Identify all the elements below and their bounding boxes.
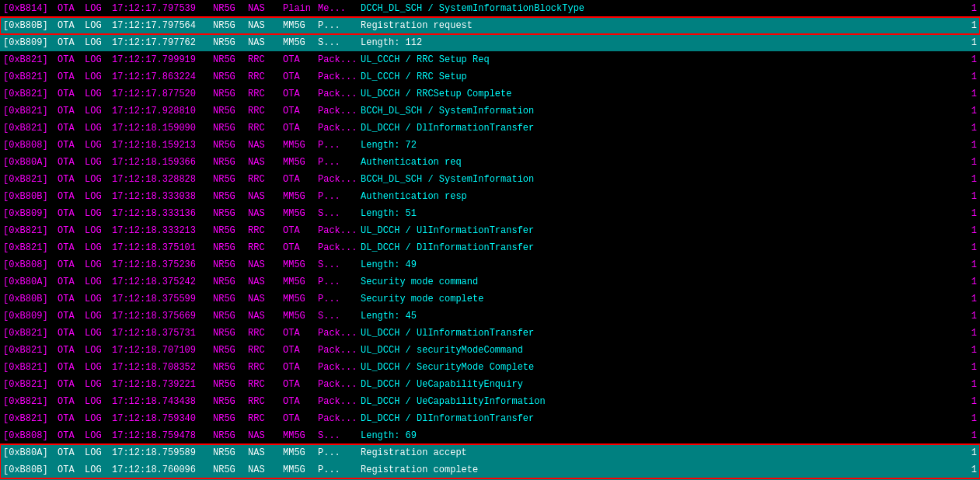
col-subtype: LOG: [85, 89, 112, 99]
table-row[interactable]: [0xB821] OTA LOG 17:12:18.159090 NR5G RR…: [0, 120, 980, 137]
col-proto4: S...: [318, 37, 361, 48]
col-proto1: NR5G: [213, 242, 248, 253]
col-proto2: RRC: [248, 379, 283, 390]
col-proto1: NR5G: [213, 225, 248, 236]
table-row[interactable]: [0xB809] OTA LOG 17:12:18.333136 NR5G NA…: [0, 205, 980, 222]
col-proto4: P...: [318, 191, 361, 202]
col-proto4: S...: [318, 311, 361, 322]
col-count: 1: [961, 174, 977, 185]
table-row[interactable]: [0xB80B] OTA LOG 17:12:17.797564 NR5G NA…: [0, 17, 980, 34]
col-count: 1: [961, 277, 977, 287]
table-row[interactable]: [0xB808] OTA LOG 17:12:18.375236 NR5G NA…: [0, 256, 980, 273]
col-message: DL_CCCH / RRC Setup: [361, 71, 961, 82]
col-proto3: OTA: [283, 225, 318, 236]
col-type: OTA: [58, 3, 85, 14]
col-proto1: NR5G: [213, 37, 248, 48]
col-type: OTA: [58, 294, 85, 304]
table-row[interactable]: [0xB821] OTA LOG 17:12:18.375731 NR5G RR…: [0, 325, 980, 342]
col-time: 17:12:17.863224: [112, 71, 213, 82]
table-row[interactable]: [0xB809] OTA LOG 17:12:18.375669 NR5G NA…: [0, 308, 980, 325]
table-row[interactable]: [0xB821] OTA LOG 17:12:17.799919 NR5G RR…: [0, 51, 980, 68]
col-type: OTA: [58, 174, 85, 185]
col-subtype: LOG: [85, 37, 112, 48]
col-proto1: NR5G: [213, 259, 248, 270]
table-row[interactable]: [0xB808] OTA LOG 17:12:18.159213 NR5G NA…: [0, 137, 980, 154]
col-proto3: OTA: [283, 71, 318, 82]
col-type: OTA: [58, 464, 85, 475]
col-subtype: LOG: [85, 345, 112, 356]
col-id: [0xB809]: [3, 37, 58, 48]
col-proto3: OTA: [283, 328, 318, 339]
col-proto1: NR5G: [213, 174, 248, 185]
col-message: Length: 45: [361, 311, 961, 322]
col-subtype: LOG: [85, 379, 112, 390]
col-id: [0xB821]: [3, 174, 58, 185]
col-proto1: NR5G: [213, 430, 248, 441]
col-type: OTA: [58, 259, 85, 270]
col-proto1: NR5G: [213, 71, 248, 82]
col-id: [0xB80B]: [3, 464, 58, 475]
col-proto3: MM5G: [283, 311, 318, 322]
col-count: 1: [961, 242, 977, 253]
table-row[interactable]: [0xB809] OTA LOG 17:12:17.797762 NR5G NA…: [0, 34, 980, 51]
col-time: 17:12:18.739221: [112, 379, 213, 390]
col-time: 17:12:18.333136: [112, 208, 213, 219]
col-proto4: P...: [318, 464, 361, 475]
col-proto4: P...: [318, 277, 361, 287]
table-row[interactable]: [0xB821] OTA LOG 17:12:17.928810 NR5G RR…: [0, 103, 980, 120]
table-row[interactable]: [0xB80B] OTA LOG 17:12:18.333038 NR5G NA…: [0, 188, 980, 205]
table-row[interactable]: [0xB821] OTA LOG 17:12:18.759340 NR5G RR…: [0, 410, 980, 427]
col-proto2: NAS: [248, 37, 283, 48]
col-time: 17:12:18.375599: [112, 294, 213, 304]
col-subtype: LOG: [85, 311, 112, 322]
table-row[interactable]: [0xB821] OTA LOG 17:12:18.739221 NR5G RR…: [0, 376, 980, 393]
col-time: 17:12:17.797539: [112, 3, 213, 14]
col-subtype: LOG: [85, 447, 112, 458]
table-row[interactable]: [0xB821] OTA LOG 17:12:18.708352 NR5G RR…: [0, 359, 980, 376]
col-proto4: Me...: [318, 3, 361, 14]
col-proto2: RRC: [248, 345, 283, 356]
col-count: 1: [961, 191, 977, 202]
col-proto2: RRC: [248, 328, 283, 339]
col-message: Length: 72: [361, 140, 961, 151]
col-type: OTA: [58, 430, 85, 441]
table-row[interactable]: [0xB821] OTA LOG 17:12:18.743438 NR5G RR…: [0, 393, 980, 410]
col-type: OTA: [58, 37, 85, 48]
col-type: OTA: [58, 89, 85, 99]
col-subtype: LOG: [85, 396, 112, 407]
col-proto4: S...: [318, 430, 361, 441]
col-count: 1: [961, 345, 977, 356]
col-proto4: Pack...: [318, 362, 361, 373]
table-row[interactable]: [0xB80A] OTA LOG 17:12:18.159366 NR5G NA…: [0, 154, 980, 171]
col-proto4: Pack...: [318, 413, 361, 424]
table-row[interactable]: [0xB821] OTA LOG 17:12:18.333213 NR5G RR…: [0, 222, 980, 239]
table-row[interactable]: [0xB80B] OTA LOG 17:12:18.760096 NR5G NA…: [0, 461, 980, 478]
table-row[interactable]: [0xB808] OTA LOG 17:12:18.759478 NR5G NA…: [0, 427, 980, 444]
col-subtype: LOG: [85, 225, 112, 236]
col-proto1: NR5G: [213, 123, 248, 134]
col-count: 1: [961, 3, 977, 14]
table-row[interactable]: [0xB821] OTA LOG 17:12:18.328828 NR5G RR…: [0, 171, 980, 188]
table-row[interactable]: [0xB821] OTA LOG 17:12:17.863224 NR5G RR…: [0, 68, 980, 85]
col-proto4: P...: [318, 447, 361, 458]
table-row[interactable]: [0xB821] OTA LOG 17:12:17.877520 NR5G RR…: [0, 85, 980, 103]
col-proto4: P...: [318, 20, 361, 31]
table-row[interactable]: [0xB80A] OTA LOG 17:12:18.375242 NR5G NA…: [0, 273, 980, 290]
table-row[interactable]: [0xB814] OTA LOG 17:12:17.797539 NR5G NA…: [0, 0, 980, 17]
col-proto3: MM5G: [283, 464, 318, 475]
col-proto1: NR5G: [213, 294, 248, 304]
col-id: [0xB821]: [3, 396, 58, 407]
col-subtype: LOG: [85, 106, 112, 117]
col-message: UL_DCCH / UlInformationTransfer: [361, 328, 961, 339]
col-proto2: NAS: [248, 191, 283, 202]
col-id: [0xB808]: [3, 140, 58, 151]
col-proto1: NR5G: [213, 464, 248, 475]
table-row[interactable]: [0xB80B] OTA LOG 17:12:18.375599 NR5G NA…: [0, 290, 980, 308]
table-row[interactable]: [0xB821] OTA LOG 17:12:18.375101 NR5G RR…: [0, 239, 980, 256]
col-count: 1: [961, 396, 977, 407]
table-row[interactable]: [0xB821] OTA LOG 17:12:18.707109 NR5G RR…: [0, 342, 980, 359]
table-row[interactable]: [0xB80A] OTA LOG 17:12:18.759589 NR5G NA…: [0, 444, 980, 461]
col-time: 17:12:18.333038: [112, 191, 213, 202]
col-subtype: LOG: [85, 259, 112, 270]
col-count: 1: [961, 328, 977, 339]
